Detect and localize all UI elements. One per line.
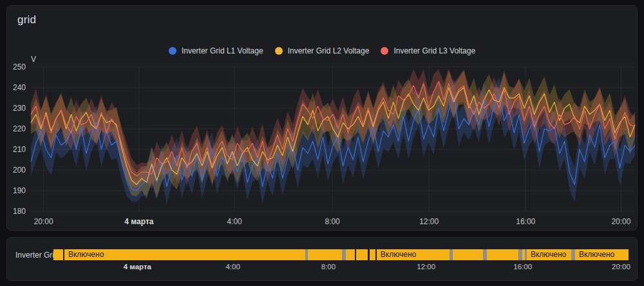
timeline-x-tick-label: 20:00 <box>612 263 630 271</box>
timeline-segment-on[interactable] <box>346 249 355 260</box>
y-tick-label: 240 <box>13 83 26 92</box>
timeline-segment-gap[interactable] <box>342 249 345 260</box>
timeline-x-tick-label: 12:00 <box>417 263 435 271</box>
y-tick-label: 220 <box>13 124 26 133</box>
x-tick-label: 20:00 <box>611 217 630 226</box>
timeline-segment-gap[interactable] <box>571 249 575 260</box>
x-tick-label: 20:00 <box>34 217 53 226</box>
y-axis-unit: V <box>31 55 36 64</box>
timeline-x-tick-label: 8:00 <box>321 263 336 271</box>
x-tick-label: 16:00 <box>516 217 535 226</box>
timeline-segment-on[interactable] <box>453 249 483 260</box>
timeline-segment-on[interactable]: Включено <box>527 249 571 260</box>
timeline-segment-gap[interactable] <box>518 249 522 260</box>
inverter-grid-state-panel: Inverter Grid ВключеноВключеноВключеноВк… <box>6 237 638 281</box>
timeline-segment-gap[interactable] <box>525 249 527 260</box>
timeline-segment-on[interactable] <box>487 249 518 260</box>
voltage-time-series-chart[interactable]: V25024023022021020019018020:004 марта4:0… <box>7 6 638 231</box>
y-tick-label: 210 <box>13 145 26 154</box>
timeline-x-tick-label: 16:00 <box>513 263 532 271</box>
timeline-segment-gap[interactable] <box>483 249 487 260</box>
timeline-series-label: Inverter Grid <box>15 251 59 260</box>
timeline-segment-on[interactable]: Включено <box>377 249 450 260</box>
state-timeline-bar[interactable]: ВключеноВключеноВключеноВключено <box>53 249 629 260</box>
y-tick-label: 200 <box>13 166 26 175</box>
timeline-segment-gap[interactable] <box>450 249 452 260</box>
grid-voltage-panel: grid Inverter Grid L1 VoltageInverter Gr… <box>6 5 638 231</box>
timeline-segment-on[interactable]: Включено <box>64 249 305 260</box>
x-tick-label: 4 марта <box>124 217 153 226</box>
y-tick-label: 190 <box>13 186 26 195</box>
timeline-x-axis: 4 марта4:008:0012:0016:0020:00 <box>53 263 629 273</box>
x-tick-label: 12:00 <box>419 217 439 226</box>
x-tick-label: 8:00 <box>325 217 340 226</box>
timeline-segment-on[interactable] <box>308 249 343 260</box>
x-tick-label: 4:00 <box>227 217 242 226</box>
timeline-segment-on[interactable]: Включено <box>575 249 629 260</box>
timeline-segment-on[interactable] <box>356 249 368 260</box>
timeline-segment-gap[interactable] <box>305 249 308 260</box>
timeline-segment-on[interactable] <box>53 249 63 260</box>
y-tick-label: 180 <box>13 207 26 216</box>
timeline-x-tick-label: 4:00 <box>225 263 240 271</box>
y-tick-label: 250 <box>13 62 26 72</box>
timeline-x-tick-label: 4 марта <box>124 263 151 271</box>
y-tick-label: 230 <box>13 104 26 113</box>
timeline-segment-on[interactable] <box>370 249 375 260</box>
